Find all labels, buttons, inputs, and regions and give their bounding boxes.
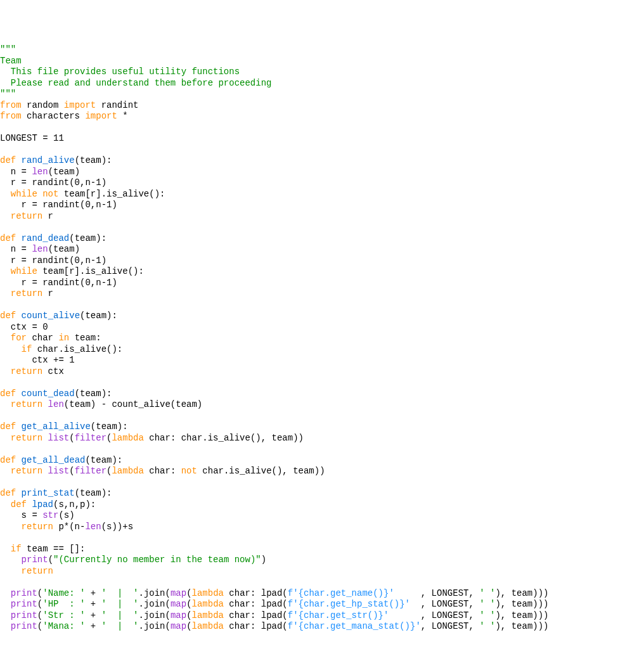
lambda-kw: lambda <box>192 588 224 598</box>
paren: ( <box>186 588 191 598</box>
code-text: , LONGEST, <box>389 610 479 620</box>
string-literal: ' | ' <box>101 621 139 631</box>
indent <box>0 621 11 631</box>
paren: ( <box>37 588 42 598</box>
fn-sig: (team): <box>75 155 112 165</box>
lambda-kw: lambda <box>112 466 143 476</box>
def-kw: def <box>0 499 27 510</box>
code-text: ), team))) <box>495 610 548 620</box>
return-kw: return <box>0 288 42 299</box>
len-kw: len <box>42 399 64 409</box>
doc-line-2: This file provides useful utility functi… <box>0 67 240 77</box>
code-text: char: <box>144 466 181 476</box>
code-text: team[r].is_alive(): <box>37 266 144 276</box>
code-text: p*(n- <box>53 522 85 532</box>
return-kw: return <box>0 366 42 376</box>
code-text: char.is_alive(): <box>32 344 122 354</box>
return-kw: return <box>0 433 42 443</box>
code-text: n = <box>0 167 32 177</box>
random-mod: random <box>22 100 64 110</box>
def-kw: def <box>0 311 16 321</box>
code-text: ctx = 0 <box>0 322 48 332</box>
indent <box>0 555 22 565</box>
doc-line-1: Team <box>0 56 22 66</box>
fn-count-alive: count_alive <box>16 311 80 321</box>
code-text: , LONGEST, <box>410 599 479 609</box>
code-text: char: lpad( <box>224 621 288 631</box>
string-literal: 'Name: ' <box>42 588 85 598</box>
code-text: ), team))) <box>495 588 548 598</box>
star: * <box>117 111 128 121</box>
import-kw: import <box>64 100 96 110</box>
if-kw: if <box>0 344 32 354</box>
code-block: """ Team This file provides useful utili… <box>0 44 644 633</box>
code-text: .join( <box>138 610 170 620</box>
code-text: .join( <box>138 588 170 598</box>
code-text: + <box>85 588 101 598</box>
paren: ( <box>186 621 191 631</box>
print-kw: print <box>11 610 37 620</box>
code-text: , LONGEST, <box>421 621 479 631</box>
characters-mod: characters <box>22 111 86 121</box>
map-kw: map <box>171 588 186 598</box>
code-text: char.is_alive(), team)) <box>197 466 325 476</box>
code-text: (team) <box>48 244 80 254</box>
str-kw: str <box>42 510 58 520</box>
code-text: team: <box>69 333 101 343</box>
len-kw: len <box>32 167 48 177</box>
return-kw: return <box>0 522 53 532</box>
paren: ( <box>186 599 191 609</box>
string-literal: 'Str : ' <box>42 610 85 620</box>
fn-lpad: lpad <box>27 499 53 510</box>
return-kw: return <box>0 566 53 576</box>
fn-sig: (team): <box>75 389 112 399</box>
list-kw: list <box>42 433 69 443</box>
print-kw: print <box>11 599 37 609</box>
code-text: r = randint(0,n-1) <box>0 255 106 266</box>
string-literal: ' ' <box>479 610 495 620</box>
code-text: + <box>85 599 101 609</box>
indent <box>0 610 11 620</box>
paren: ( <box>37 599 42 609</box>
code-text: char: lpad( <box>224 599 288 609</box>
def-kw: def <box>0 488 16 498</box>
fstring: f'{char.get_mana_stat()}' <box>288 621 421 631</box>
fn-get-all-dead: get_all_dead <box>16 455 85 465</box>
in-kw: in <box>58 333 69 343</box>
code-text: r <box>42 211 53 221</box>
string-literal: 'Mana: ' <box>42 621 85 631</box>
docstring-open: """ <box>0 44 16 55</box>
while-kw: while <box>0 266 37 276</box>
code-text: ctx += 1 <box>0 355 75 365</box>
string-literal: "(Currently no member in the team now)" <box>53 555 261 565</box>
fn-get-all-alive: get_all_alive <box>16 421 91 432</box>
code-text: (s) <box>58 510 74 520</box>
def-kw: def <box>0 389 16 399</box>
string-literal: ' ' <box>479 599 495 609</box>
from-kw: from <box>0 111 22 121</box>
doc-line-3: Please read and understand them before p… <box>0 78 271 88</box>
code-text: char: lpad( <box>224 610 288 620</box>
fstring: f'{char.get_str()}' <box>288 610 389 620</box>
paren: ( <box>186 610 191 620</box>
lambda-kw: lambda <box>112 433 143 443</box>
string-literal: ' ' <box>479 621 495 631</box>
string-literal: ' | ' <box>101 610 139 620</box>
return-kw: return <box>0 399 42 409</box>
code-text: ctx <box>42 366 64 376</box>
string-literal: ' | ' <box>101 588 139 598</box>
paren: ( <box>48 555 53 565</box>
indent <box>0 599 11 609</box>
def-kw: def <box>0 421 16 432</box>
lambda-kw: lambda <box>192 610 224 620</box>
print-kw: print <box>11 588 37 598</box>
fn-sig: (team): <box>91 421 128 432</box>
randint-name: randint <box>96 100 138 110</box>
code-text: char: char.is_alive(), team)) <box>144 433 304 443</box>
code-text: , LONGEST, <box>394 588 479 598</box>
return-kw: return <box>0 466 42 476</box>
code-text: (team) - count_alive(team) <box>64 399 202 409</box>
code-text: ), team))) <box>495 599 548 609</box>
paren: ( <box>37 621 42 631</box>
lambda-kw: lambda <box>192 621 224 631</box>
